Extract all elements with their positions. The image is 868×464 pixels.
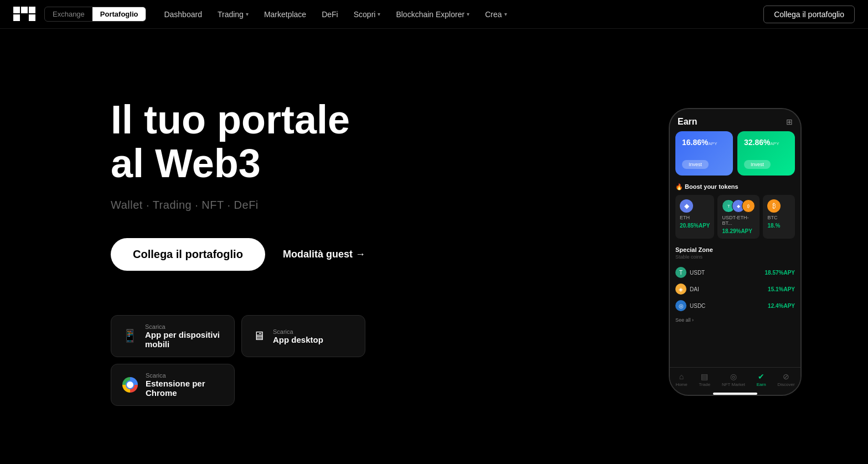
nav-trading[interactable]: Trading▾ (218, 10, 249, 19)
phone-earn-header: Earn ⊞ (670, 109, 800, 131)
phone-nav-discover: ⊘ Discover (777, 372, 794, 387)
nav-marketplace[interactable]: Marketplace (264, 10, 306, 19)
monitor-icon: 🖥 (253, 329, 265, 343)
phone-boost-section: 🔥 Boost your tokens ◆ ETH 20.85%APY T ◆ … (670, 181, 800, 243)
hero-subtitle: Wallet · Trading · NFT · DeFi (111, 199, 365, 212)
usdc-coin-name: USDC (690, 303, 705, 309)
phone-mockup: Earn ⊞ 16.86%APY Invest 32.86%APY (669, 108, 802, 396)
download-chrome-label-big: Estensione per Chrome (146, 379, 223, 398)
invest-btn-green[interactable]: Invest (744, 160, 771, 169)
nav-dashboard[interactable]: Dashboard (164, 10, 202, 19)
see-all-link[interactable]: See all › (675, 314, 795, 325)
earn-nav-label: Earn (757, 382, 766, 387)
coin-row-dai: ◈ DAI 15.1%APY (675, 281, 795, 297)
btc-stack-icon: ₿ (742, 199, 755, 213)
phone-nav-trade: ▤ Trade (699, 372, 711, 387)
usdt-coin-icon: T (675, 267, 686, 278)
earn-card-blue: 16.86%APY Invest (675, 131, 733, 176)
home-nav-icon: ⌂ (679, 372, 684, 381)
download-desktop-button[interactable]: 🖥 Scarica App desktop (241, 315, 365, 357)
phone-nav-earn: ✔ Earn (757, 372, 766, 387)
earn-apy-label-blue: APY (708, 141, 717, 146)
phone-bottom-nav: ⌂ Home ▤ Trade ◎ NFT Market ✔ Earn (670, 367, 800, 389)
boost-btc-apy: 18.% (767, 223, 790, 229)
hero-section: Il tuo portale al Web3 Wallet · Trading … (0, 29, 868, 464)
svg-rect-0 (13, 7, 20, 13)
boost-eth-name: ETH (680, 215, 710, 220)
nav-blockchain-explorer[interactable]: Blockchain Explorer▾ (396, 10, 469, 19)
coin-row-usdc: ◎ USDC 12.4%APY (675, 297, 795, 314)
usdt-coin-name: USDT (690, 270, 705, 276)
nav-links: Dashboard Trading▾ Marketplace DeFi Scop… (164, 10, 763, 19)
dai-coin-icon: ◈ (675, 283, 686, 295)
phone-home-indicator (713, 393, 757, 395)
nav-crea[interactable]: Crea▾ (485, 10, 507, 19)
earn-apy-blue: 16.86%APY (682, 138, 726, 147)
boost-card-eth: ◆ ETH 20.85%APY (675, 195, 714, 239)
download-mobile-label-big: App per dispositivi mobili (145, 330, 223, 349)
discover-nav-icon: ⊘ (783, 372, 789, 381)
phone-earn-title: Earn (678, 117, 698, 127)
home-nav-label: Home (675, 382, 687, 387)
download-buttons: 📱 Scarica App per dispositivi mobili 🖥 S… (111, 315, 365, 406)
phone-icon: 📱 (122, 329, 137, 343)
boost-card-stack: T ◆ ₿ USDT-ETH-BT... 18.29%APY (717, 195, 760, 239)
connect-wallet-hero-button[interactable]: Collega il portafoglio (111, 238, 265, 271)
download-mobile-button[interactable]: 📱 Scarica App per dispositivi mobili (111, 315, 235, 357)
nft-nav-icon: ◎ (730, 372, 737, 381)
boost-stack-apy: 18.29%APY (722, 228, 755, 234)
nav-defi[interactable]: DeFi (322, 10, 338, 19)
chrome-icon (122, 377, 138, 393)
usdc-coin-apy: 12.4%APY (768, 303, 795, 309)
portfolio-tab[interactable]: Portafoglio (92, 7, 146, 21)
hero-actions: Collega il portafoglio Modalità guest → (111, 238, 365, 271)
discover-nav-label: Discover (777, 382, 794, 387)
phone-screen: Earn ⊞ 16.86%APY Invest 32.86%APY (670, 109, 800, 395)
phone-nav-home: ⌂ Home (675, 372, 687, 387)
phone-nav-nft: ◎ NFT Market (722, 372, 745, 387)
boost-stack-name: USDT-ETH-BT... (722, 215, 755, 226)
download-mobile-label-small: Scarica (145, 323, 223, 330)
dai-coin-name: DAI (690, 286, 699, 292)
nav-mode-toggle: Exchange Portafoglio (44, 7, 146, 22)
btc-token-icon: ₿ (767, 199, 781, 213)
nav-scopri[interactable]: Scopri▾ (354, 10, 381, 19)
trade-nav-icon: ▤ (701, 372, 708, 381)
boost-eth-apy: 20.85%APY (680, 223, 710, 229)
connect-wallet-nav-button[interactable]: Collega il portafoglio (763, 6, 855, 23)
svg-rect-4 (29, 14, 35, 21)
coin-row-usdt: T USDT 18.57%APY (675, 264, 795, 281)
download-desktop-label-small: Scarica (273, 328, 323, 335)
phone-settings-icon: ⊞ (786, 117, 793, 126)
earn-nav-icon: ✔ (758, 372, 764, 381)
exchange-tab[interactable]: Exchange (45, 7, 92, 21)
svg-rect-3 (13, 14, 20, 21)
earn-apy-label-green: APY (770, 141, 779, 146)
download-chrome-label-small: Scarica (146, 372, 223, 379)
navbar: Exchange Portafoglio Dashboard Trading▾ … (0, 0, 868, 29)
boost-card-btc: ₿ BTC 18.% (763, 195, 795, 239)
special-zone-title: Special Zone (675, 246, 795, 253)
nft-nav-label: NFT Market (722, 382, 745, 387)
eth-token-icon: ◆ (680, 199, 693, 213)
boost-btc-name: BTC (767, 215, 790, 220)
earn-card-green: 32.86%APY Invest (737, 131, 795, 176)
phone-earn-cards: 16.86%APY Invest 32.86%APY Invest (670, 131, 800, 181)
invest-btn-blue[interactable]: Invest (682, 160, 709, 169)
phone-boost-cards: ◆ ETH 20.85%APY T ◆ ₿ USDT-ETH-BT... 18. (675, 195, 795, 239)
hero-content: Il tuo portale al Web3 Wallet · Trading … (111, 98, 365, 406)
usdt-coin-apy: 18.57%APY (765, 270, 795, 276)
svg-rect-2 (29, 7, 35, 13)
guest-mode-button[interactable]: Modalità guest → (283, 249, 365, 260)
earn-apy-green: 32.86%APY (744, 138, 788, 147)
download-chrome-button[interactable]: Scarica Estensione per Chrome (111, 364, 235, 406)
usdc-coin-icon: ◎ (675, 300, 686, 311)
phone-boost-title: 🔥 Boost your tokens (675, 183, 795, 190)
trade-nav-label: Trade (699, 382, 711, 387)
special-zone-sub: Stable coins (675, 254, 795, 260)
svg-rect-1 (21, 7, 28, 13)
hero-title: Il tuo portale al Web3 (111, 98, 365, 185)
okx-logo (13, 7, 35, 22)
dai-coin-apy: 15.1%APY (768, 286, 795, 292)
boost-token-stack: T ◆ ₿ (722, 199, 755, 213)
